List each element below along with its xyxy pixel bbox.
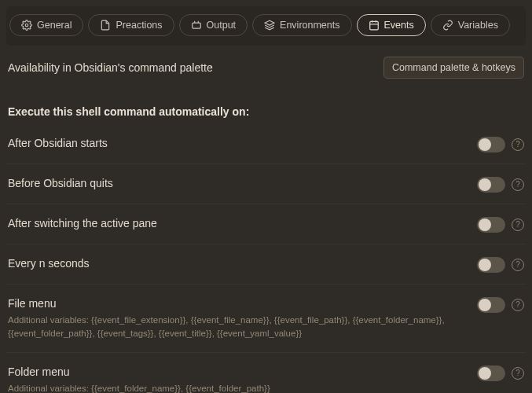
link-icon: [442, 20, 453, 31]
events-list: After Obsidian starts?Before Obsidian qu…: [6, 124, 526, 393]
event-text: Folder menuAdditional variables: {{event…: [8, 364, 464, 394]
svg-point-0: [25, 24, 28, 27]
gear-icon: [21, 20, 32, 31]
tab-environments[interactable]: Environments: [252, 14, 351, 36]
event-toggle[interactable]: [477, 297, 505, 313]
event-toggle[interactable]: [477, 217, 505, 233]
tab-variables[interactable]: Variables: [431, 14, 510, 36]
help-icon[interactable]: ?: [512, 259, 524, 271]
tab-output[interactable]: Output: [179, 14, 248, 36]
availability-row: Availability in Obsidian's command palet…: [6, 53, 526, 90]
tab-label: Output: [207, 20, 237, 31]
section-title: Execute this shell command automatically…: [6, 90, 526, 124]
availability-label: Availability in Obsidian's command palet…: [8, 61, 213, 74]
output-icon: [191, 20, 202, 31]
help-icon[interactable]: ?: [512, 178, 524, 191]
event-item: Before Obsidian quits?: [6, 163, 526, 204]
event-title: After Obsidian starts: [8, 135, 464, 152]
event-item: Folder menuAdditional variables: {{event…: [6, 352, 526, 394]
help-icon[interactable]: ?: [512, 299, 524, 311]
event-controls: ?: [477, 135, 524, 152]
svg-rect-1: [192, 23, 200, 28]
event-title: After switching the active pane: [8, 215, 464, 232]
event-description: Additional variables: {{event_folder_nam…: [8, 382, 464, 394]
event-toggle[interactable]: [477, 257, 505, 273]
tab-general[interactable]: General: [9, 14, 83, 36]
layers-icon: [264, 20, 275, 31]
tab-bar: General Preactions Output Environments E…: [6, 6, 526, 46]
event-text: After Obsidian starts: [8, 135, 464, 152]
help-icon[interactable]: ?: [512, 367, 524, 380]
calendar-icon: [369, 20, 380, 31]
event-text: Before Obsidian quits: [8, 175, 464, 192]
svg-marker-2: [265, 20, 274, 25]
event-title: Folder menu: [8, 364, 464, 380]
file-icon: [100, 20, 111, 31]
event-description: Additional variables: {{event_file_exten…: [8, 314, 464, 341]
tab-preactions[interactable]: Preactions: [88, 14, 174, 36]
event-text: File menuAdditional variables: {{event_f…: [8, 296, 464, 341]
help-icon[interactable]: ?: [512, 219, 524, 231]
availability-select[interactable]: Command palette & hotkeys: [383, 57, 524, 79]
svg-rect-3: [369, 21, 378, 29]
event-controls: ?: [477, 296, 524, 313]
tab-label: Events: [384, 20, 414, 31]
event-item: File menuAdditional variables: {{event_f…: [6, 284, 526, 352]
event-title: Every n seconds: [8, 255, 464, 272]
event-item: Every n seconds?: [6, 244, 526, 284]
event-item: After switching the active pane?: [6, 204, 526, 244]
event-toggle[interactable]: [477, 365, 505, 381]
event-title: Before Obsidian quits: [8, 175, 464, 192]
tab-label: Variables: [458, 20, 498, 31]
event-item: After Obsidian starts?: [6, 124, 526, 163]
tab-label: General: [37, 20, 72, 31]
event-controls: ?: [477, 255, 524, 273]
event-controls: ?: [477, 215, 524, 233]
event-toggle[interactable]: [477, 177, 505, 193]
tab-label: Environments: [280, 20, 339, 31]
event-text: Every n seconds: [8, 255, 464, 272]
tab-events[interactable]: Events: [357, 14, 426, 36]
event-controls: ?: [477, 364, 524, 381]
event-title: File menu: [8, 296, 464, 312]
tab-label: Preactions: [116, 20, 162, 31]
event-controls: ?: [477, 175, 524, 193]
event-text: After switching the active pane: [8, 215, 464, 232]
event-toggle[interactable]: [477, 137, 505, 152]
help-icon[interactable]: ?: [512, 138, 524, 151]
